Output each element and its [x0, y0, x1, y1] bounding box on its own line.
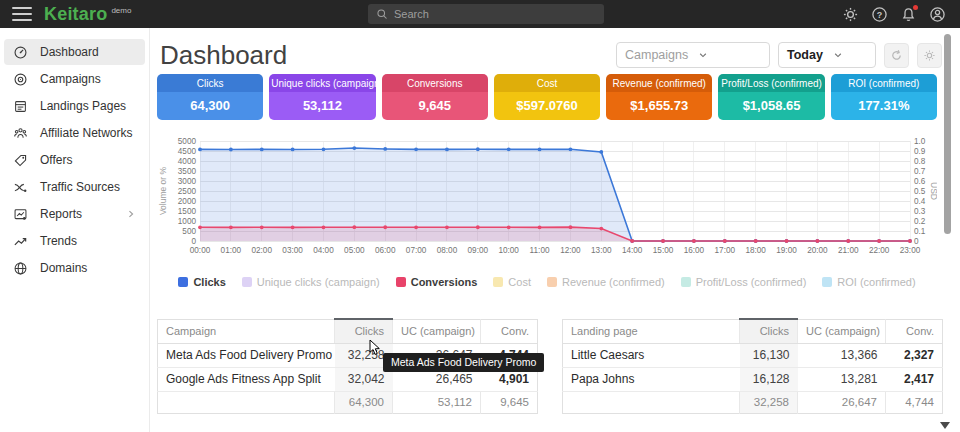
legend-swatch	[242, 277, 252, 287]
legend-label: Cost	[508, 276, 531, 288]
row-name-cell[interactable]: Meta Ads Food Delivery Promo	[158, 343, 335, 367]
legend-item-conversions[interactable]: Conversions	[396, 276, 478, 288]
legend-item-roi-confirmed-[interactable]: ROI (confirmed)	[822, 276, 915, 288]
svg-text:15:00: 15:00	[653, 246, 674, 255]
stat-card-value: 177.31%	[831, 92, 937, 120]
legend-label: Profit/Loss (confirmed)	[696, 276, 807, 288]
column-header-name[interactable]: Landing page	[563, 319, 740, 343]
column-header-conv-[interactable]: Conv.	[886, 319, 943, 343]
stat-card-label: Profit/Loss (confirmed)	[718, 74, 824, 92]
stat-card-value: $1,655.73	[606, 92, 712, 120]
report-icon	[13, 207, 28, 222]
chevron-right-icon	[126, 209, 136, 219]
date-filter-value: Today	[787, 48, 823, 62]
page-title: Dashboard	[160, 40, 287, 71]
svg-text:2500: 2500	[178, 187, 197, 196]
split-icon	[13, 180, 28, 195]
landing-pages-table: Landing pageClicksUC (campaign)Conv.Litt…	[562, 318, 943, 414]
legend-item-unique-clicks-campaign-[interactable]: Unique clicks (campaign)	[242, 276, 380, 288]
svg-text:2000: 2000	[178, 197, 197, 206]
row-tooltip: Meta Ads Food Delivery Promo	[383, 353, 544, 372]
topbar: Keitaro demo ?	[0, 0, 960, 28]
refresh-icon	[890, 49, 903, 62]
svg-text:19:00: 19:00	[776, 246, 797, 255]
totals-value-cell: 26,647	[798, 391, 886, 413]
svg-text:0.2: 0.2	[914, 217, 926, 226]
notifications-icon[interactable]	[900, 6, 917, 23]
notification-dot	[913, 5, 918, 10]
row-name-cell[interactable]: Little Caesars	[563, 343, 740, 367]
campaign-filter-select[interactable]: Campaigns	[616, 42, 770, 68]
account-icon[interactable]	[929, 6, 946, 23]
stat-card-clicks: Clicks64,300	[157, 74, 263, 120]
stat-card-label: Clicks	[157, 74, 263, 92]
refresh-button[interactable]	[884, 43, 909, 68]
legend-item-profit-loss-confirmed-[interactable]: Profit/Loss (confirmed)	[681, 276, 807, 288]
stat-card-unique-clicks-campaign-: Unique clicks (campaign)53,112	[269, 74, 375, 120]
sidebar-item-reports[interactable]: Reports	[4, 201, 145, 227]
sidebar-item-label: Affiliate Networks	[40, 126, 132, 140]
svg-text:0.7: 0.7	[914, 167, 926, 176]
svg-text:05:00: 05:00	[344, 246, 365, 255]
sidebar-item-dashboard[interactable]: Dashboard	[4, 39, 145, 65]
totals-row: 64,30053,1129,645	[158, 391, 538, 413]
totals-empty-cell	[158, 391, 335, 413]
help-icon[interactable]: ?	[871, 6, 888, 23]
svg-text:21:00: 21:00	[838, 246, 859, 255]
column-header-conv-[interactable]: Conv.	[481, 319, 538, 343]
scroll-down-arrow-icon[interactable]	[940, 422, 950, 429]
stat-card-label: Revenue (confirmed)	[606, 74, 712, 92]
date-filter-select[interactable]: Today	[778, 42, 876, 68]
stat-card-label: Cost	[494, 74, 600, 92]
sidebar-item-label: Reports	[40, 207, 82, 221]
legend-swatch	[493, 277, 503, 287]
svg-text:01:00: 01:00	[221, 246, 242, 255]
legend-swatch	[547, 277, 557, 287]
sidebar-item-traffic-sources[interactable]: Traffic Sources	[4, 174, 145, 200]
column-header-uc-campaign-[interactable]: UC (campaign)	[393, 319, 481, 343]
row-value-cell: 13,281	[798, 367, 886, 391]
column-header-clicks[interactable]: Clicks	[335, 319, 393, 343]
svg-text:USD: USD	[929, 182, 937, 200]
svg-text:0.5: 0.5	[914, 187, 926, 196]
app-logo[interactable]: Keitaro	[44, 4, 107, 25]
sidebar-item-offers[interactable]: Offers	[4, 147, 145, 173]
sidebar-item-domains[interactable]: Domains	[4, 255, 145, 281]
sidebar-item-landings-pages[interactable]: Landings Pages	[4, 93, 145, 119]
sidebar-item-campaigns[interactable]: Campaigns	[4, 66, 145, 92]
svg-text:0: 0	[191, 237, 196, 246]
sidebar-item-trends[interactable]: Trends	[4, 228, 145, 254]
chart-settings-button[interactable]	[917, 43, 942, 68]
tag-icon	[13, 153, 28, 168]
column-header-name[interactable]: Campaign	[158, 319, 335, 343]
row-name-cell[interactable]: Papa Johns	[563, 367, 740, 391]
legend-item-clicks[interactable]: Clicks	[178, 276, 225, 288]
column-header-clicks[interactable]: Clicks	[740, 319, 798, 343]
svg-text:500: 500	[182, 227, 196, 236]
scrollbar-thumb[interactable]	[944, 34, 951, 234]
totals-row: 32,25826,6474,744	[563, 391, 943, 413]
svg-text:0.3: 0.3	[914, 207, 926, 216]
search-box[interactable]	[368, 4, 604, 24]
svg-text:16:00: 16:00	[684, 246, 705, 255]
svg-text:4000: 4000	[178, 157, 197, 166]
stat-card-revenue-confirmed-: Revenue (confirmed)$1,655.73	[606, 74, 712, 120]
scrollbar-track[interactable]	[944, 30, 951, 426]
settings-icon[interactable]	[842, 6, 859, 23]
sidebar-item-affiliate-networks[interactable]: Affiliate Networks	[4, 120, 145, 146]
legend-item-revenue-confirmed-[interactable]: Revenue (confirmed)	[547, 276, 665, 288]
search-input[interactable]	[394, 8, 574, 20]
svg-text:4500: 4500	[178, 147, 197, 156]
menu-icon[interactable]	[12, 7, 32, 21]
table-row[interactable]: Little Caesars16,13013,3662,327	[563, 343, 943, 367]
svg-text:10:00: 10:00	[498, 246, 519, 255]
legend-item-cost[interactable]: Cost	[493, 276, 531, 288]
row-value-cell: 16,130	[740, 343, 798, 367]
svg-text:0.4: 0.4	[914, 197, 926, 206]
row-name-cell[interactable]: Google Ads Fitness App Split	[158, 367, 335, 391]
column-header-uc-campaign-[interactable]: UC (campaign)	[798, 319, 886, 343]
stat-card-value: 9,645	[382, 92, 488, 120]
legend-swatch	[822, 277, 832, 287]
table-row[interactable]: Papa Johns16,12813,2812,417	[563, 367, 943, 391]
people-icon	[13, 126, 28, 141]
